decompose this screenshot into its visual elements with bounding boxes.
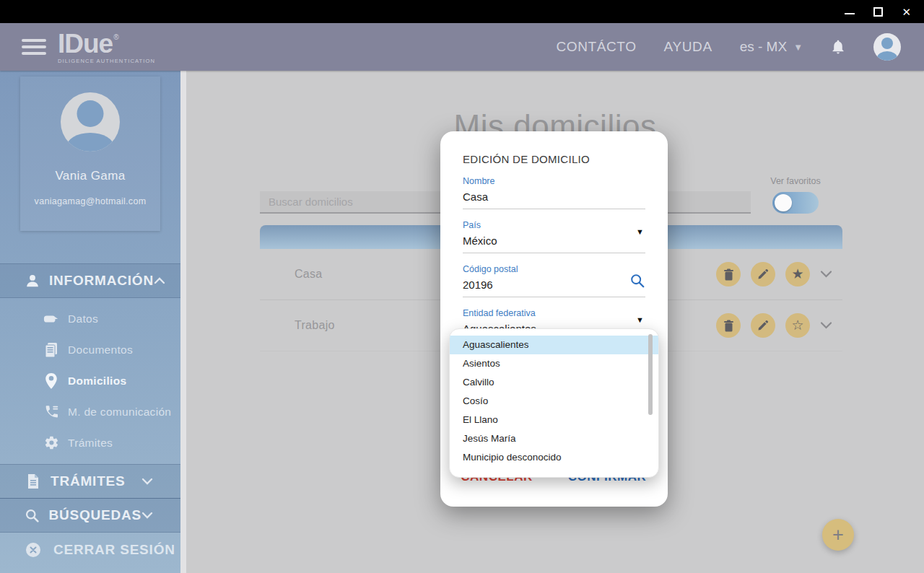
dropdown-option[interactable]: El Llano [450,411,658,429]
person-icon [25,273,40,289]
nombre-input[interactable]: Casa [463,191,645,209]
language-value: es - MX [740,39,787,55]
dropdown-option[interactable]: Jesús María [450,429,658,448]
os-titlebar: ✕ [0,0,924,23]
field-codigo-postal: Código postal 20196 [463,264,645,297]
trash-icon [723,268,734,281]
pencil-icon [757,320,769,331]
pais-select[interactable]: México [463,235,645,253]
caret-down-icon: ▼ [793,42,803,53]
profile-name: Vania Gama [20,169,160,183]
modal-title: EDICIÓN DE DOMICILIO [463,153,645,165]
chevron-down-icon [141,512,153,519]
field-nombre: Nombre Casa [463,176,645,209]
sidebar-section-informacion[interactable]: INFORMACIÓN [0,263,180,298]
plus-icon: + [832,524,844,546]
brand-name: IDue [58,29,113,58]
language-selector[interactable]: es - MX ▼ [740,39,803,55]
favorites-label: Ver favoritos [768,176,823,186]
caret-down-icon[interactable]: ▼ [636,315,644,324]
dropdown-option[interactable]: Aguascalientes [450,336,658,354]
gear-icon [42,435,61,450]
chevron-down-icon[interactable] [820,271,832,279]
sidebar-section-busquedas[interactable]: BÚSQUEDAS [0,498,180,533]
document-icon [25,473,42,489]
registered-mark: ® [113,33,118,41]
favorite-button[interactable]: ☆ [785,313,810,338]
minimize-icon[interactable] [845,13,855,14]
help-link[interactable]: AYUDA [664,39,712,55]
sidebar-item-documentos[interactable]: Documentos [0,334,180,365]
star-filled-icon: ★ [791,267,803,281]
codigo-postal-input[interactable]: 20196 [463,279,645,297]
app-logo: IDue® DILIGENCE AUTHENTICATION [58,30,155,64]
municipio-dropdown: Aguascalientes Asientos Calvillo Cosío E… [449,328,659,478]
sidebar-item-comunicacion[interactable]: M. de comunicación [0,396,180,427]
dropdown-option[interactable]: Municipio desconocido [450,448,658,467]
dropdown-option[interactable]: Asientos [450,354,658,373]
sidebar-item-datos[interactable]: Datos [0,303,180,334]
field-label: Código postal [463,264,645,274]
edit-address-modal: EDICIÓN DE DOMICILIO Nombre Casa País Mé… [440,131,668,507]
trash-icon [723,320,734,332]
close-circle-icon [25,541,43,559]
address-name: Trabajo [295,319,335,332]
field-label: Nombre [463,176,645,186]
sidebar-scrollbar[interactable] [180,71,186,573]
field-label: País [463,220,645,230]
app-header: IDue® DILIGENCE AUTHENTICATION CONTÁCTO … [0,23,924,71]
maximize-icon[interactable] [873,7,883,17]
sidebar-subnav: Datos Documentos Domicilios M. de comuni… [0,303,180,458]
card-icon [42,314,61,324]
profile-avatar [61,92,120,152]
notifications-bell-icon[interactable] [830,38,846,56]
hamburger-menu-icon[interactable] [22,39,46,55]
pencil-icon [757,268,769,280]
chevron-down-icon [141,478,153,485]
edit-button[interactable] [751,262,775,286]
postal-search-icon[interactable] [629,273,645,289]
dropdown-option[interactable]: Calvillo [450,373,658,392]
profile-card: Vania Gama vaniagamag@hotmail.com [20,76,160,231]
add-address-button[interactable]: + [822,519,854,551]
field-label: Entidad federativa [463,308,645,318]
profile-email: vaniagamag@hotmail.com [20,196,160,206]
dropdown-scrollbar[interactable] [648,334,653,415]
star-outline-icon: ☆ [791,318,803,332]
sidebar-item-domicilios[interactable]: Domicilios [0,365,180,396]
chevron-down-icon[interactable] [820,322,832,330]
brand-tagline: DILIGENCE AUTHENTICATION [58,58,155,64]
dropdown-option[interactable]: Cosío [450,392,658,411]
user-avatar[interactable] [873,33,901,61]
sidebar: Vania Gama vaniagamag@hotmail.com INFORM… [0,71,180,573]
delete-button[interactable] [716,313,741,338]
logout-label: CERRAR SESIÓN [53,542,175,558]
delete-button[interactable] [716,262,741,286]
caret-down-icon[interactable]: ▼ [636,227,644,236]
edit-button[interactable] [751,313,775,338]
sidebar-section-label: TRÁMITES [51,473,126,489]
logout-button[interactable]: CERRAR SESIÓN [0,533,180,567]
sidebar-section-label: INFORMACIÓN [49,273,154,289]
phone-icon [42,404,61,419]
address-name: Casa [295,268,323,281]
chevron-up-icon [154,277,165,284]
contact-link[interactable]: CONTÁCTO [557,39,637,55]
favorites-toggle[interactable] [772,192,819,214]
map-pin-icon [42,372,61,390]
documents-icon [42,342,61,358]
sidebar-section-label: BÚSQUEDAS [48,507,141,523]
close-icon[interactable]: ✕ [902,6,911,17]
toggle-knob [775,194,792,211]
favorite-button[interactable]: ★ [785,262,810,286]
sidebar-item-tramites[interactable]: Trámites [0,427,180,458]
sidebar-section-tramites[interactable]: TRÁMITES [0,464,180,499]
search-icon [25,508,40,523]
field-pais: País México ▼ [463,220,645,253]
